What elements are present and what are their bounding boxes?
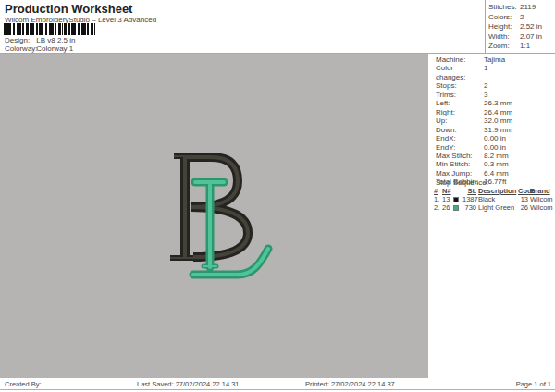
design-canvas — [0, 54, 428, 378]
info-value: 32.0 mm — [484, 116, 512, 125]
thread-description: Black — [478, 195, 518, 203]
stats-label: Zoom: — [486, 42, 520, 52]
info-value: 1 — [484, 64, 487, 81]
stats-label: Colors: — [486, 13, 520, 23]
info-label: Up: — [436, 116, 484, 125]
stats-label: Stitches: — [486, 3, 520, 13]
stop-sequence-title: Stop Sequence: — [436, 178, 488, 187]
col-brand: Brand — [530, 187, 554, 195]
design-row: Design: LB v8 2.5 in — [5, 36, 75, 44]
info-label: Right: — [436, 108, 484, 116]
design-stats-box: Stitches:2119 Colors:2 Height:2.52 in Wi… — [485, 0, 555, 53]
info-label: Left: — [436, 99, 484, 107]
thread-code: 26 — [518, 203, 530, 212]
colorway-label: Colorway: — [5, 44, 34, 53]
col-st: St. — [462, 187, 478, 195]
table-header-row: # N# St. Description Code Brand — [434, 187, 554, 195]
design-value: LB v8 2.5 in — [36, 36, 75, 44]
design-label: Design: — [5, 36, 34, 44]
info-value: 0.00 in — [484, 134, 506, 142]
stop-sequence-table: # N# St. Description Code Brand 1. 13 13… — [434, 187, 554, 212]
last-saved-label: Last Saved: 27/02/2024 22.14.31 — [137, 380, 240, 388]
info-label: Max Jump: — [436, 169, 484, 178]
stats-value: 2.52 in — [520, 22, 542, 32]
col-code: Code — [518, 187, 530, 195]
colorway-value: Colorway 1 — [36, 44, 73, 53]
page-number-label: Page 1 of 1 — [516, 380, 551, 388]
worksheet-header: Production Worksheet Wilcom EmbroiderySt… — [0, 0, 555, 54]
thread-description: Light Green — [478, 203, 518, 212]
thread-code: 13 — [518, 195, 530, 203]
stats-value: 2 — [520, 13, 524, 23]
info-value: 8.2 mm — [484, 152, 509, 160]
info-value: 0.3 mm — [484, 160, 509, 168]
table-row: 2. 26 730 Light Green 26 Wilcom — [434, 203, 554, 212]
info-label: EndY: — [436, 143, 484, 152]
thread-n: 13 — [442, 195, 453, 203]
info-value: 6.4 mm — [484, 169, 509, 178]
col-num: # — [434, 187, 442, 195]
design-barcode-icon — [4, 23, 96, 35]
col-n: N# — [442, 187, 453, 195]
stats-label: Width: — [486, 32, 520, 43]
info-label: Down: — [436, 126, 484, 134]
thread-color-swatch — [453, 205, 459, 211]
stats-value: 2.07 in — [520, 32, 542, 43]
col-description: Description — [478, 187, 518, 195]
info-value: 26.3 mm — [484, 99, 512, 107]
stats-value: 1:1 — [520, 42, 530, 52]
info-value: Tajima — [484, 55, 505, 64]
thread-stitches: 730 — [462, 203, 478, 212]
worksheet-footer: Created By: Last Saved: 27/02/2024 22.14… — [0, 378, 555, 390]
thread-stitches: 1387 — [462, 195, 478, 203]
stats-label: Height: — [486, 22, 520, 32]
info-label: Stops: — [436, 81, 484, 90]
production-worksheet-page: Production Worksheet Wilcom EmbroiderySt… — [0, 0, 555, 392]
info-value: 0.00 in — [484, 143, 506, 152]
thread-n: 26 — [442, 203, 453, 212]
table-row: 1. 13 1387 Black 13 Wilcom — [434, 195, 554, 203]
thread-color-swatch — [453, 197, 459, 202]
info-value: 2 — [484, 81, 487, 90]
info-label: EndX: — [436, 134, 484, 142]
thread-brand: Wilcom — [530, 203, 554, 212]
machine-info-list: Machine:Tajima Color changes:1 Stops:2 T… — [436, 55, 554, 187]
info-value: 3 — [484, 91, 487, 99]
info-label: Trims: — [436, 91, 484, 99]
machine-info-panel: Machine:Tajima Color changes:1 Stops:2 T… — [428, 54, 555, 378]
colorway-row: Colorway: Colorway 1 — [5, 44, 73, 53]
info-label: Min Stitch: — [436, 160, 484, 168]
info-label: Max Stitch: — [436, 152, 484, 160]
info-label: Machine: — [436, 55, 484, 64]
info-value: 26.4 mm — [484, 108, 512, 116]
page-title: Production Worksheet — [5, 2, 132, 16]
stats-value: 2119 — [520, 3, 536, 13]
created-by-label: Created By: — [5, 380, 42, 388]
info-value: 31.9 mm — [484, 126, 512, 134]
printed-label: Printed: 27/02/2024 22.14.37 — [305, 380, 395, 388]
thread-num: 1. — [434, 195, 442, 203]
bl-monogram-design — [160, 144, 277, 285]
thread-num: 2. — [434, 203, 442, 212]
info-label: Color changes: — [436, 64, 484, 81]
thread-brand: Wilcom — [530, 195, 554, 203]
